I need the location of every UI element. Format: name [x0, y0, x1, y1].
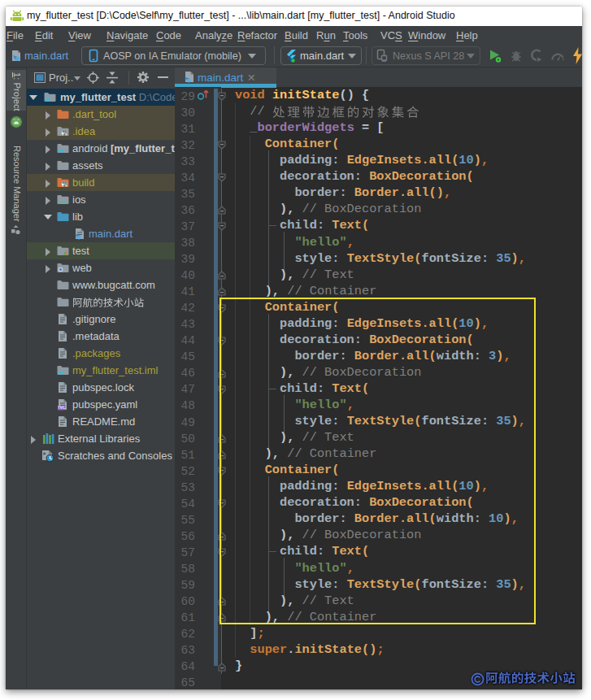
svg-text:YML: YML — [58, 406, 66, 410]
